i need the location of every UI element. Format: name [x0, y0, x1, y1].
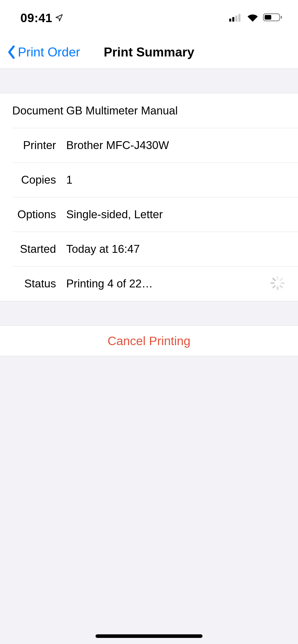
- row-copies: Copies 1: [0, 163, 298, 197]
- cellular-icon: [229, 13, 242, 23]
- status-bar-right: [229, 13, 283, 23]
- svg-rect-0: [229, 19, 231, 22]
- back-label: Print Order: [18, 45, 80, 60]
- loading-spinner-icon: [270, 276, 286, 291]
- row-value-status: Printing 4 of 22…: [66, 277, 270, 290]
- row-label-copies: Copies: [12, 173, 66, 186]
- row-value-started: Today at 16:47: [66, 243, 286, 255]
- svg-rect-1: [232, 17, 234, 22]
- cancel-printing-label: Cancel Printing: [107, 334, 191, 348]
- row-label-status: Status: [12, 277, 66, 290]
- row-value-document: GB Multimeter Manual: [66, 104, 286, 117]
- cancel-printing-button[interactable]: Cancel Printing: [0, 326, 298, 356]
- wifi-icon: [247, 13, 259, 23]
- row-label-started: Started: [12, 243, 66, 255]
- svg-rect-6: [281, 16, 282, 19]
- battery-icon: [263, 13, 283, 23]
- status-bar-left: 09:41: [20, 11, 63, 25]
- svg-rect-5: [265, 15, 271, 20]
- home-indicator[interactable]: [96, 634, 202, 638]
- row-label-options: Options: [12, 208, 66, 221]
- row-status: Status Printing 4 of 22…: [0, 266, 298, 301]
- svg-rect-3: [238, 14, 240, 22]
- location-icon: [55, 13, 63, 22]
- row-value-copies: 1: [66, 173, 286, 186]
- print-details-group: Document GB Multimeter Manual Printer Br…: [0, 93, 298, 301]
- chevron-left-icon: [7, 46, 16, 59]
- row-label-printer: Printer: [12, 139, 66, 152]
- row-document: Document GB Multimeter Manual: [0, 93, 298, 128]
- status-time: 09:41: [20, 11, 52, 25]
- row-printer: Printer Brother MFC-J430W: [0, 128, 298, 163]
- row-options: Options Single-sided, Letter: [0, 197, 298, 232]
- back-button[interactable]: Print Order: [7, 45, 80, 60]
- status-bar: 09:41: [0, 0, 298, 36]
- row-value-printer: Brother MFC-J430W: [66, 139, 286, 152]
- nav-bar: Print Order Print Summary: [0, 36, 298, 69]
- action-group: Cancel Printing: [0, 326, 298, 356]
- row-value-options: Single-sided, Letter: [66, 208, 286, 221]
- row-started: Started Today at 16:47: [0, 232, 298, 266]
- svg-rect-2: [235, 16, 237, 22]
- row-label-document: Document: [12, 104, 66, 117]
